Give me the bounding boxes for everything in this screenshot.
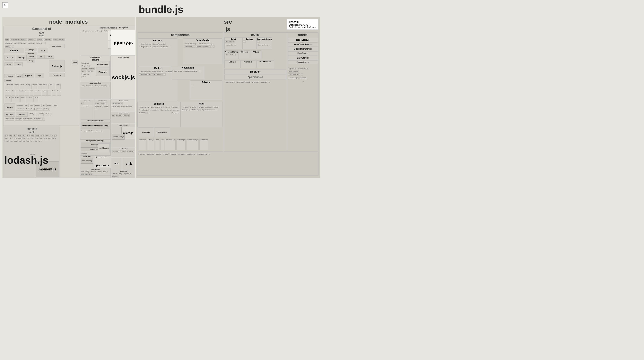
inputbase-block[interactable]: InputBase.js [98,144,110,152]
switch-block[interactable]: Switch [16,74,23,78]
cell-check: Checkbox [26,96,33,102]
popper-inner[interactable]: Popper.js [23,73,34,78]
reactplayer-block[interactable]: ReactPlayer.js [96,61,110,68]
reactoverlays-panel[interactable]: react-overlays eah Modal.js Overlay.js [111,112,135,123]
babelruntime-panel[interactable]: babel-runtime regenerator helpers runtim… [111,148,135,157]
iframeresizer-panel[interactable]: iframe-resizer iframeResizer.js iframeRe… [111,100,135,111]
reactplayerlib-panel[interactable]: react-playerlib players ReactPlayer.js P… [80,56,111,81]
vote-route[interactable]: Vote.jsx [224,60,240,68]
cell-esm2: esm [81,85,85,87]
cell-dots-bottom: ... [208,153,210,155]
reactphone-panel[interactable]: react-phone-number-input PhoneInput.js i… [80,139,111,155]
orgstore-block[interactable]: OrganizationStore.js [288,47,318,51]
reactbootstrap-panel[interactable]: react-bootstrap esm Carousel.js Modal.js… [80,82,111,99]
routes-panel[interactable]: routes Ballot BallotStore.js MeasureStor… [224,32,287,152]
locale-title: locale [4,131,60,133]
rootjsx-block[interactable]: Root.jsx [224,69,286,74]
popover-block[interactable]: Popover.js [4,112,15,117]
reactdom-panel[interactable]: react-dom cjs react-dom.production.min.j… [80,100,94,119]
url-panel[interactable]: url.js [122,158,135,170]
sizeactionbar-block[interactable]: SizeActionBar [154,128,170,137]
faq-route-label: FAQ.jsx [251,51,261,53]
html5entities-block[interactable]: html5-entities.js [81,158,93,164]
measure-route[interactable]: MeasureStore.js MeasureStore.js [224,50,238,59]
drawer-large[interactable]: Drawer.js [4,103,15,111]
settings-block[interactable]: Settings SettingsSharing.jsx SettingsAcc… [138,38,177,66]
more-row[interactable]: Pricing.jsx Donate.jsx About.jsx FAQ.jsx… [137,152,318,176]
step-block[interactable]: Step [37,55,44,59]
sockjs-panel[interactable]: sockjs-client/dist sockjs.js [111,56,135,99]
superagent-panel[interactable]: superagent/lib client.js request-base.js [111,124,135,147]
settings-routes[interactable]: Settings ... [242,37,256,49]
ballot-routes[interactable]: Ballot BallotStore.js MeasureStore.js [224,37,242,49]
cell-faqrow: FAQ.jsx [163,153,169,155]
moment-panel[interactable]: moment locale ru.js be.js ar.js bh.js th… [4,126,60,178]
voterstore-block[interactable]: VoterStore.js [288,51,318,55]
reactrouter-panel[interactable]: react-router Link.js Match.js Router.js … [94,100,111,119]
howworks-route[interactable]: HowItWorks.jsx [256,60,274,68]
cell-supportstore: SupportStore.jsx [298,68,309,70]
cell-vimeo: Vimeo.js [88,68,95,70]
filledinput-block[interactable]: FilledInput [4,74,15,78]
jssesm-panel[interactable]: jss/dist jss.esm.js [80,175,96,178]
styledcompbrowser-block[interactable]: styled-components.browser.esm.js [81,122,110,129]
cell-youtube: YouTube.js [81,62,89,64]
friends-block[interactable]: Friends ... [190,80,222,100]
chipjs-block[interactable]: Chip.js [14,62,23,66]
cell-index2: index.js [25,84,31,89]
cell-parsejs: parse_js [85,30,91,32]
listitem-block[interactable]: ListItem [44,55,54,59]
stores-panel[interactable]: stores IssueStore.js VoterGuideStore.js … [287,32,318,152]
components-panel[interactable]: components Settings SettingsSharing.jsx … [137,32,223,152]
tab-block[interactable]: Tab.js [38,48,48,53]
flux-label: flux [114,162,118,165]
cell-creditsrow: Credits.jsx [178,153,185,155]
flux-panel[interactable]: flux [111,158,122,170]
cell-dots-routes: ... [268,81,270,83]
cell-headerbar: HeaderBar.jsx [172,70,182,72]
input-block[interactable]: Input.js [25,48,37,51]
material-ui-block[interactable]: @material-ui core esm styles SelectInput… [4,26,80,126]
voterguide-block[interactable]: VoterGuide VoterGuideBallot.jsx VoterGui… [183,38,222,64]
transition-block[interactable]: Transition.js [49,73,65,77]
cell-dots-b: ... [163,73,166,76]
navigation-block[interactable]: Navigation HeaderBar.jsx HeaderBackToolb… [172,66,204,79]
cell-faq: FAQ.jsx [213,106,219,108]
measurestore-block[interactable]: MeasureStore.js [288,60,318,64]
ballotstore-block[interactable]: BallotStore.js [288,56,318,60]
cell-routerjs: Router.js [95,105,102,107]
requestbase-block[interactable]: request-base.js [112,134,124,140]
widgets-block[interactable]: Widgets FollowToggle.jsx SettingsDomain.… [138,102,180,127]
cell-voteractions: VoterActions [200,139,208,150]
jqueryjs-block[interactable]: jquery.js [111,30,135,55]
voterguidestore-block[interactable]: VoterGuideStore.js [288,42,318,46]
player-block[interactable]: Player.js [96,68,110,76]
drawer-block[interactable]: Drawer [27,55,36,59]
reactslick-panel[interactable]: react-slick/lib inner-slider.js slider.j… [80,168,111,175]
glamor-panel[interactable]: glamor/lib index.js utils.js injectGloba… [111,170,135,178]
issuestore-block[interactable]: IssueStore.js [288,38,318,42]
office-route[interactable]: Office.jsx [238,50,250,59]
styledcomp-panel[interactable]: styled-components/dist styled-components… [80,120,111,139]
ballot-block[interactable]: Ballot BallotElections.jsx BallotElectio… [138,66,177,101]
codesplit-block[interactable]: CodeSplit [138,128,154,137]
menu-block[interactable]: Menu.js [27,59,35,62]
more-block[interactable]: More Pricing.jsx Donate.jsx About.jsx Pr… [180,102,222,127]
indexjs-panel[interactable]: index.js [96,175,111,178]
applicationjsx-block[interactable]: Application.jsx [224,75,286,79]
modaljs-block[interactable]: Modal.js [4,55,15,60]
friends-route[interactable]: Friends.jsx [240,60,256,68]
candidate-routes[interactable]: CandidateStore.js ... CandidateItem.jsx [256,37,272,49]
cell-select: Select.js [5,45,11,48]
cell-dots4: ... [53,84,55,89]
tabsjs-block[interactable]: Tabs.js [4,62,13,66]
tooltip-block[interactable]: Tooltip.js [16,55,26,60]
filledinput2-block[interactable]: FilledInput [16,112,28,117]
faq-route[interactable]: FAQ.jsx [251,50,262,59]
buttonjs-large[interactable]: Button.js [49,60,65,72]
paper-block[interactable]: Paper [35,73,44,78]
cell-metadata2: metadata.js [95,30,103,32]
expand-button[interactable]: > [2,2,8,8]
slider-block[interactable]: Slider.js [4,48,24,53]
cell-km: km.js [36,135,40,137]
